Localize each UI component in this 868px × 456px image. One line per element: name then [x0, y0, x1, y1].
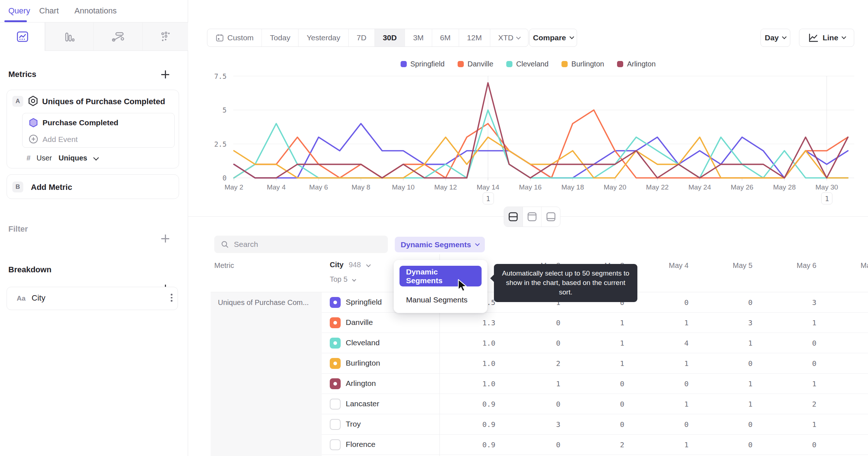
- add-filter-plus-button[interactable]: [161, 234, 170, 243]
- tab-annotations[interactable]: Annotations: [74, 6, 117, 16]
- cell-value: 1: [563, 318, 624, 327]
- range-12m[interactable]: 12M: [459, 29, 490, 46]
- legend-item[interactable]: Burlington: [561, 60, 604, 68]
- axis-tick-label: 7.5: [214, 73, 227, 80]
- add-metric-plus-button[interactable]: [161, 70, 170, 79]
- tab-query[interactable]: Query: [8, 6, 30, 16]
- chart-legend: SpringfieldDanvilleClevelandBurlingtonAr…: [188, 60, 868, 68]
- annotation-badge[interactable]: 1: [483, 192, 494, 204]
- chevron-down-icon: [352, 277, 356, 281]
- legend-label: Burlington: [571, 60, 604, 68]
- cell-value: 0: [755, 359, 816, 368]
- layout-split-button[interactable]: [504, 207, 523, 227]
- city-count: 948: [349, 261, 361, 269]
- filter-heading: Filter: [8, 224, 28, 234]
- range-30d[interactable]: 30D: [375, 29, 405, 46]
- metric-title[interactable]: Uniques of Purchase Completed: [42, 97, 165, 106]
- segment-checkbox[interactable]: [330, 419, 341, 430]
- chevron-down-icon: [516, 35, 521, 40]
- cell-value: 0: [755, 440, 816, 449]
- top5-label: Top 5: [330, 275, 348, 283]
- cell-value: 1: [627, 400, 689, 408]
- segments-mode-label: Dynamic Segments: [401, 240, 471, 249]
- segment-city-label: Springfield: [346, 298, 382, 306]
- menu-item-dynamic-segments[interactable]: Dynamic Segments: [399, 266, 482, 286]
- chart-type-bar-tab[interactable]: [45, 23, 93, 51]
- range-3m[interactable]: 3M: [405, 29, 432, 46]
- annotation-badge[interactable]: 1: [821, 192, 832, 204]
- chevron-down-icon: [841, 34, 846, 39]
- city-header-label: City: [330, 261, 344, 269]
- range-yesterday[interactable]: Yesterday: [299, 29, 349, 46]
- scatter-chart-icon: [159, 30, 172, 43]
- search-icon: [221, 240, 229, 249]
- range-7d[interactable]: 7D: [349, 29, 375, 46]
- cell-value: 1: [691, 379, 753, 388]
- axis-tick-label: May 12: [434, 183, 457, 191]
- chart-type-scatter-tab[interactable]: [142, 23, 188, 51]
- segment-checkbox[interactable]: [330, 378, 341, 389]
- line-chart-icon: [16, 30, 29, 43]
- bottom-panel-icon: [545, 212, 556, 222]
- add-event-button[interactable]: Add Event: [42, 135, 78, 144]
- chevron-down-icon: [475, 241, 480, 246]
- segment-checkbox[interactable]: [330, 358, 341, 369]
- segments-mode-button[interactable]: Dynamic Segments: [395, 237, 485, 252]
- event-name[interactable]: Purchase Completed: [42, 118, 118, 127]
- axis-tick-label: May 10: [392, 183, 414, 191]
- event-hexagon-icon: [28, 118, 38, 128]
- search-input[interactable]: [234, 240, 381, 249]
- axis-tick-label: May 14: [476, 183, 499, 191]
- menu-item-manual-segments[interactable]: Manual Segments: [399, 289, 482, 310]
- segment-checkbox[interactable]: [330, 317, 341, 328]
- metric-card-b[interactable]: B Add Metric: [7, 174, 179, 199]
- measure-entity: User: [37, 154, 52, 162]
- layout-toggle-group: [504, 207, 560, 227]
- avg-value: 0.9: [434, 420, 495, 429]
- segment-checkbox[interactable]: [330, 399, 341, 410]
- series-line-arlington: [234, 83, 848, 178]
- cell-value: 0: [563, 379, 624, 388]
- range-custom[interactable]: Custom: [207, 29, 262, 46]
- line-chart[interactable]: 02.557.5May 2May 4May 6May 8May 10May 12…: [188, 73, 868, 196]
- layout-table-only-button[interactable]: [541, 207, 560, 227]
- range-today[interactable]: Today: [262, 29, 299, 46]
- search-box: [214, 236, 388, 253]
- top5-selector[interactable]: Top 5: [330, 275, 356, 284]
- cell-value: 3: [755, 298, 816, 307]
- range-6m[interactable]: 6M: [432, 29, 459, 46]
- cell-value: 0: [691, 359, 753, 368]
- granularity-button[interactable]: Day: [760, 29, 790, 47]
- split-view-icon: [508, 212, 519, 222]
- metric-column-header: Metric: [214, 261, 234, 270]
- legend-item[interactable]: Springfield: [401, 60, 445, 68]
- tab-chart[interactable]: Chart: [39, 6, 59, 16]
- segment-checkbox[interactable]: [330, 338, 341, 349]
- cell-value: 0: [563, 420, 624, 429]
- legend-swatch: [401, 61, 407, 67]
- cell-value: 2: [499, 359, 560, 368]
- kebab-menu-icon[interactable]: [169, 292, 174, 303]
- cell-value: 4: [627, 339, 689, 347]
- compare-button[interactable]: Compare: [529, 29, 577, 47]
- chart-type-flow-tab[interactable]: [93, 23, 142, 51]
- chart-type-line-segment-tab[interactable]: [0, 23, 45, 51]
- measure-row[interactable]: # User Uniques: [27, 154, 98, 162]
- cell-value: 1: [499, 379, 560, 388]
- avg-value: 0.9: [434, 400, 495, 408]
- legend-item[interactable]: Danville: [458, 60, 493, 68]
- cell-value: 3: [691, 318, 753, 327]
- cell-value: 1: [755, 318, 816, 327]
- range-xtd[interactable]: XTD: [490, 29, 528, 46]
- legend-item[interactable]: Cleveland: [506, 60, 548, 68]
- avg-value: 1.3: [434, 318, 495, 327]
- chart-type-button[interactable]: Line: [799, 29, 854, 47]
- segment-checkbox[interactable]: [330, 439, 341, 450]
- layout-chart-only-button[interactable]: [523, 207, 542, 227]
- top-panel-icon: [527, 212, 538, 222]
- chart-type-label: Line: [823, 33, 838, 42]
- legend-item[interactable]: Arlington: [617, 60, 656, 68]
- segment-checkbox[interactable]: [330, 297, 341, 308]
- breakdown-city-card[interactable]: Aa City: [7, 287, 178, 310]
- city-column-header[interactable]: City 948: [330, 261, 370, 269]
